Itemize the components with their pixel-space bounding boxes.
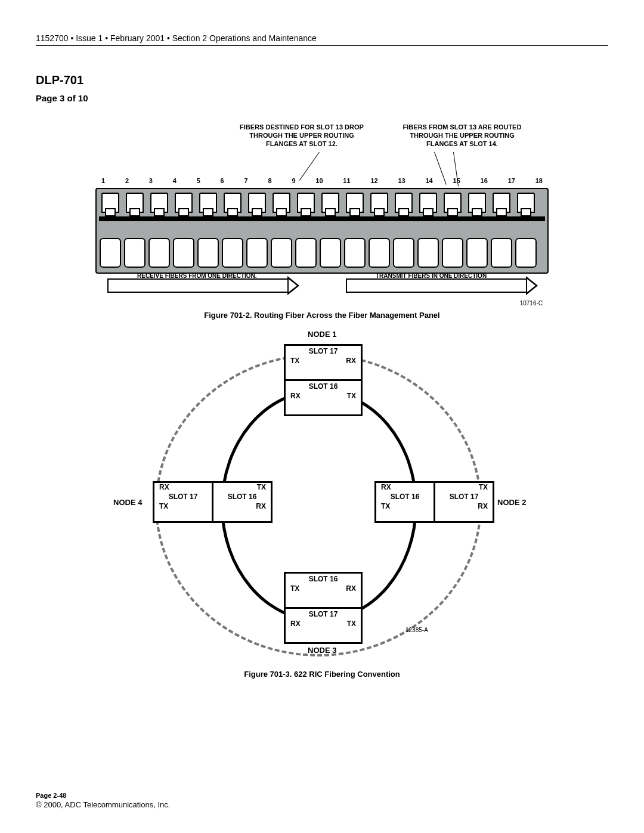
slot-number: 15 — [453, 177, 460, 184]
note-right: FIBERS FROM SLOT 13 ARE ROUTED THROUGH T… — [394, 123, 531, 148]
arrow-head-icon — [287, 276, 299, 295]
panel-upper-slot — [297, 193, 315, 213]
slot-number: 9 — [292, 177, 295, 184]
panel-upper-slot — [101, 193, 119, 213]
panel-lower-slot — [320, 238, 341, 268]
receive-arrow-label: RECEIVE FIBERS FROM ONE DIRECTION. — [137, 272, 257, 279]
slot-number: 2 — [125, 177, 129, 184]
doc-title: DLP-701 — [36, 73, 608, 87]
panel-upper-slot — [468, 193, 486, 213]
panel-lower-slot — [246, 238, 268, 268]
panel-lower-slot — [124, 238, 145, 268]
panel-lower-slot — [466, 238, 488, 268]
slot-number: 18 — [535, 177, 543, 184]
panel-lower-slot — [173, 238, 194, 268]
panel-upper-slot — [150, 193, 168, 213]
panel-lower-slot — [515, 238, 537, 268]
node3-slot17: SLOT 17 RXTX — [284, 607, 363, 644]
arrow-head-icon — [526, 276, 538, 295]
panel-upper-slot — [224, 193, 242, 213]
panel-upper-slot — [126, 193, 144, 213]
panel-upper-slot — [517, 193, 535, 213]
panel-upper-slot — [419, 193, 437, 213]
panel-lower-slot — [100, 238, 121, 268]
panel-upper-slot — [444, 193, 462, 213]
slot-number: 1 — [101, 177, 105, 184]
slot-number: 16 — [481, 177, 488, 184]
panel-upper-slot — [248, 193, 266, 213]
panel-lower-slot — [222, 238, 243, 268]
figure-caption: Figure 701-2. Routing Fiber Across the F… — [95, 311, 549, 320]
figure-ring: NODE 1 SLOT 17 TXRX SLOT 16 RXTX NODE 4 … — [95, 330, 549, 664]
footer: Page 2-48 © 2000, ADC Telecommunications… — [36, 792, 170, 809]
figure-panel: FIBERS DESTINED FOR SLOT 13 DROP THROUGH… — [95, 123, 549, 320]
node2-slot16: RX SLOT 16 TX — [374, 481, 435, 523]
slot-number: 14 — [425, 177, 432, 184]
node1-slot16: SLOT 16 RXTX — [284, 379, 363, 416]
panel-lower-slot — [148, 238, 170, 268]
panel-upper-slot — [346, 193, 364, 213]
node-label: NODE 4 — [113, 498, 142, 507]
panel-lower-slot — [417, 238, 439, 268]
header-text: 1152700 • Issue 1 • February 2001 • Sect… — [36, 33, 608, 43]
footer-page: Page 2-48 — [36, 792, 170, 799]
panel-lower-slot — [442, 238, 463, 268]
node-label: NODE 2 — [497, 498, 526, 507]
slot-number: 4 — [173, 177, 177, 184]
slot-number: 12 — [370, 177, 377, 184]
panel-body — [95, 188, 549, 274]
slot-number: 5 — [197, 177, 200, 184]
panel-upper-slot — [395, 193, 413, 213]
panel-upper-slot — [273, 193, 290, 213]
figure-code: 10716-C — [520, 300, 543, 306]
panel-lower-slot — [295, 238, 317, 268]
panel-lower-slot — [393, 238, 414, 268]
footer-copyright: © 2000, ADC Telecommunications, Inc. — [36, 800, 170, 809]
slot-number: 13 — [398, 177, 405, 184]
slot-number: 3 — [149, 177, 153, 184]
header-rule — [36, 45, 608, 46]
panel-lower-slot — [197, 238, 219, 268]
panel-lower-slot — [271, 238, 292, 268]
panel-lower-slot — [369, 238, 390, 268]
leader-line — [299, 152, 320, 181]
panel-lower-slot — [344, 238, 366, 268]
panel-upper-slot — [321, 193, 339, 213]
slot-number: 8 — [268, 177, 271, 184]
sub-page: Page 3 of 10 — [36, 93, 608, 103]
panel-upper-slot — [199, 193, 217, 213]
node-label: NODE 1 — [308, 330, 336, 339]
node1-slot17: SLOT 17 TXRX — [284, 344, 363, 381]
figure-caption: Figure 701-3. 622 RIC Fibering Conventio… — [36, 670, 608, 679]
slot-number: 6 — [221, 177, 224, 184]
slot-number-row: 1 2 3 4 5 6 7 8 9 10 11 12 13 14 15 16 1… — [101, 177, 543, 184]
node3-slot16: SLOT 16 TXRX — [284, 572, 363, 609]
receive-arrow — [107, 278, 289, 293]
node2-slot17: TX SLOT 17 RX — [434, 481, 494, 523]
figure-code: 12385-A — [405, 627, 428, 633]
panel-stripe — [99, 216, 545, 221]
slot-number: 17 — [508, 177, 515, 184]
node4-slot17: RX SLOT 17 TX — [153, 481, 213, 523]
slot-number: 7 — [244, 177, 248, 184]
node4-slot16: TX SLOT 16 RX — [212, 481, 273, 523]
transmit-arrow — [346, 278, 527, 293]
node-label: NODE 3 — [308, 646, 336, 655]
panel-upper-slot — [175, 193, 193, 213]
slot-number: 10 — [315, 177, 323, 184]
slot-number: 11 — [343, 177, 350, 184]
panel-upper-slot — [493, 193, 510, 213]
transmit-arrow-label: TRANSMIT FIBERS IN ONE DIRECTION — [376, 272, 487, 279]
panel-upper-slot — [370, 193, 388, 213]
note-left: FIBERS DESTINED FOR SLOT 13 DROP THROUGH… — [236, 123, 367, 148]
panel-lower-slot — [491, 238, 512, 268]
